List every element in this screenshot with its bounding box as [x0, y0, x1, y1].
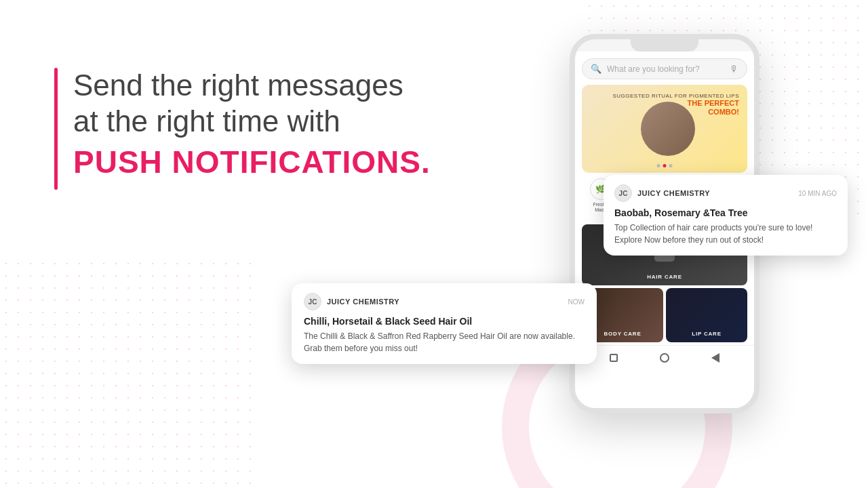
- notification-avatar-top: JC: [614, 184, 632, 202]
- banner-dot-3: [669, 164, 673, 167]
- headline-section: Send the right messages at the right tim…: [54, 68, 434, 180]
- notification-avatar-bottom: JC: [304, 293, 321, 310]
- headline-line3: PUSH NOTIFICATIONS.: [73, 144, 434, 180]
- phone-search-bar[interactable]: 🔍 What are you looking for? 🎙: [582, 58, 747, 79]
- category-lip-care-label: LIP CARE: [666, 331, 747, 337]
- nav-home-button[interactable]: [658, 351, 671, 365]
- banner-text: SUGGESTED RITUAL FOR PIGMENTED LIPS THE …: [612, 93, 739, 117]
- banner-dot-1: [657, 164, 660, 167]
- search-placeholder-text: What are you looking for?: [607, 64, 730, 74]
- phone-bottom-nav: [575, 345, 754, 370]
- phone-banner: SUGGESTED RITUAL FOR PIGMENTED LIPS THE …: [582, 85, 747, 173]
- phone-notch: [631, 39, 698, 52]
- notification-header-top: JC JUICY CHEMISTRY 10 MIN AGO: [614, 184, 837, 202]
- banner-subtitle: SUGGESTED RITUAL FOR PIGMENTED LIPS: [612, 93, 739, 99]
- notification-title-bottom: Chilli, Horsetail & Black Seed Hair Oil: [304, 316, 585, 327]
- headline-line1: Send the right messages: [73, 68, 434, 104]
- search-icon: 🔍: [591, 64, 601, 74]
- notification-header-bottom: JC JUICY CHEMISTRY NOW: [304, 293, 585, 310]
- banner-title: THE PERFECTCOMBO!: [612, 99, 739, 117]
- category-lip-care[interactable]: LIP CARE: [666, 288, 747, 342]
- notification-time-bottom: NOW: [568, 298, 585, 306]
- push-notification-top: JC JUICY CHEMISTRY 10 MIN AGO Baobab, Ro…: [604, 175, 848, 256]
- dot-pattern-bottom-left: [0, 258, 258, 488]
- notification-brand-top: JUICY CHEMISTRY: [637, 189, 798, 197]
- notification-brand-bottom: JUICY CHEMISTRY: [327, 298, 568, 306]
- category-hair-care-label: HAIR CARE: [582, 274, 747, 280]
- headline-line2: at the right time with: [73, 104, 434, 140]
- push-notification-bottom: JC JUICY CHEMISTRY NOW Chilli, Horsetail…: [292, 283, 597, 364]
- nav-square-icon: [610, 354, 618, 362]
- mic-icon: 🎙: [730, 64, 738, 74]
- notification-body-top: Top Collection of hair care products you…: [614, 222, 837, 246]
- notification-body-bottom: The Chilli & Black & Saffron Red Rapberr…: [304, 330, 585, 354]
- nav-triangle-icon: [711, 353, 719, 363]
- nav-recent-button[interactable]: [709, 351, 722, 365]
- banner-dots: [657, 164, 673, 167]
- nav-circle-icon: [660, 353, 669, 363]
- left-accent-border: [54, 68, 58, 190]
- banner-dot-2: [663, 164, 667, 167]
- notification-time-top: 10 MIN AGO: [798, 190, 837, 197]
- notification-title-top: Baobab, Rosemary &Tea Tree: [614, 207, 837, 218]
- headline-text: Send the right messages at the right tim…: [54, 68, 434, 180]
- nav-back-button[interactable]: [607, 351, 620, 365]
